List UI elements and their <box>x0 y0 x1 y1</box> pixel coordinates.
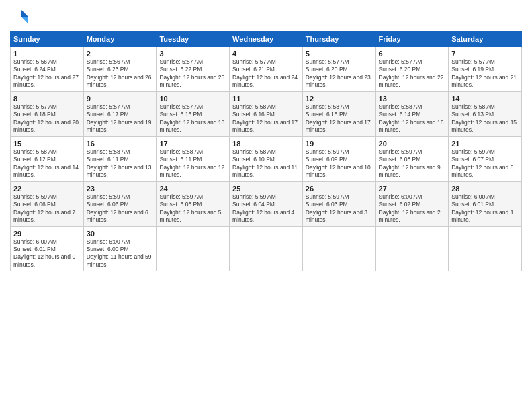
day-number: 4 <box>232 50 300 58</box>
day-info: Sunrise: 5:57 AMSunset: 6:18 PMDaylight:… <box>13 103 81 134</box>
day-number: 7 <box>451 50 519 58</box>
day-number: 22 <box>13 185 81 193</box>
weekday-header-sunday: Sunday <box>11 32 84 47</box>
day-number: 15 <box>13 140 81 148</box>
page: SundayMondayTuesdayWednesdayThursdayFrid… <box>0 0 532 411</box>
day-info: Sunrise: 5:57 AMSunset: 6:21 PMDaylight:… <box>232 58 300 89</box>
logo-icon <box>10 7 30 27</box>
day-number: 16 <box>87 140 154 148</box>
calendar-cell: 17Sunrise: 5:58 AMSunset: 6:11 PMDayligh… <box>157 136 230 181</box>
weekday-header-row: SundayMondayTuesdayWednesdayThursdayFrid… <box>11 32 522 47</box>
calendar-cell: 10Sunrise: 5:57 AMSunset: 6:16 PMDayligh… <box>157 91 230 136</box>
calendar-cell: 24Sunrise: 5:59 AMSunset: 6:05 PMDayligh… <box>157 181 230 226</box>
calendar-cell: 15Sunrise: 5:58 AMSunset: 6:12 PMDayligh… <box>11 136 84 181</box>
day-number: 26 <box>306 185 373 193</box>
day-info: Sunrise: 5:57 AMSunset: 6:20 PMDaylight:… <box>379 58 446 89</box>
day-number: 3 <box>159 50 226 58</box>
day-info: Sunrise: 5:59 AMSunset: 6:06 PMDaylight:… <box>87 193 154 224</box>
day-number: 28 <box>451 185 519 193</box>
weekday-header-friday: Friday <box>375 32 449 47</box>
day-number: 17 <box>159 140 226 148</box>
calendar-cell: 21Sunrise: 5:59 AMSunset: 6:07 PMDayligh… <box>449 136 522 181</box>
day-info: Sunrise: 5:57 AMSunset: 6:17 PMDaylight:… <box>87 103 154 134</box>
calendar-cell: 2Sunrise: 5:56 AMSunset: 6:23 PMDaylight… <box>83 47 157 92</box>
calendar-cell: 9Sunrise: 5:57 AMSunset: 6:17 PMDaylight… <box>83 91 157 136</box>
calendar-cell: 14Sunrise: 5:58 AMSunset: 6:13 PMDayligh… <box>449 91 522 136</box>
weekday-header-tuesday: Tuesday <box>157 32 230 47</box>
calendar-cell: 8Sunrise: 5:57 AMSunset: 6:18 PMDaylight… <box>11 91 84 136</box>
day-number: 11 <box>232 95 300 103</box>
day-number: 13 <box>379 95 446 103</box>
calendar-week-5: 29Sunrise: 6:00 AMSunset: 6:01 PMDayligh… <box>11 226 522 271</box>
day-number: 20 <box>379 140 446 148</box>
day-info: Sunrise: 5:58 AMSunset: 6:14 PMDaylight:… <box>379 103 446 134</box>
day-info: Sunrise: 5:58 AMSunset: 6:16 PMDaylight:… <box>232 103 300 134</box>
day-info: Sunrise: 5:56 AMSunset: 6:24 PMDaylight:… <box>13 58 81 89</box>
calendar-cell: 13Sunrise: 5:58 AMSunset: 6:14 PMDayligh… <box>375 91 449 136</box>
day-info: Sunrise: 5:59 AMSunset: 6:09 PMDaylight:… <box>306 148 373 179</box>
svg-marker-0 <box>21 10 29 17</box>
calendar-cell: 29Sunrise: 6:00 AMSunset: 6:01 PMDayligh… <box>11 226 84 271</box>
day-info: Sunrise: 5:57 AMSunset: 6:22 PMDaylight:… <box>159 58 226 89</box>
calendar-cell <box>230 226 303 271</box>
calendar-cell <box>449 226 522 271</box>
calendar-cell <box>302 226 375 271</box>
logo <box>10 7 33 27</box>
calendar-cell: 11Sunrise: 5:58 AMSunset: 6:16 PMDayligh… <box>230 91 303 136</box>
day-number: 14 <box>451 95 519 103</box>
day-number: 30 <box>87 230 154 238</box>
day-info: Sunrise: 5:59 AMSunset: 6:06 PMDaylight:… <box>13 193 81 224</box>
calendar-cell: 27Sunrise: 6:00 AMSunset: 6:02 PMDayligh… <box>375 181 449 226</box>
calendar-week-2: 8Sunrise: 5:57 AMSunset: 6:18 PMDaylight… <box>11 91 522 136</box>
day-info: Sunrise: 6:00 AMSunset: 6:02 PMDaylight:… <box>379 193 446 224</box>
day-info: Sunrise: 5:58 AMSunset: 6:10 PMDaylight:… <box>232 148 300 179</box>
calendar-cell: 1Sunrise: 5:56 AMSunset: 6:24 PMDaylight… <box>11 47 84 92</box>
day-number: 18 <box>232 140 300 148</box>
calendar-cell: 7Sunrise: 5:57 AMSunset: 6:19 PMDaylight… <box>449 47 522 92</box>
day-info: Sunrise: 5:58 AMSunset: 6:15 PMDaylight:… <box>306 103 373 134</box>
day-number: 24 <box>159 185 226 193</box>
day-info: Sunrise: 5:57 AMSunset: 6:16 PMDaylight:… <box>159 103 226 134</box>
calendar-cell: 22Sunrise: 5:59 AMSunset: 6:06 PMDayligh… <box>11 181 84 226</box>
day-number: 23 <box>87 185 154 193</box>
weekday-header-saturday: Saturday <box>449 32 522 47</box>
day-number: 8 <box>13 95 81 103</box>
calendar-cell: 5Sunrise: 5:57 AMSunset: 6:20 PMDaylight… <box>302 47 375 92</box>
day-info: Sunrise: 5:59 AMSunset: 6:04 PMDaylight:… <box>232 193 300 224</box>
day-number: 2 <box>87 50 154 58</box>
calendar-cell: 18Sunrise: 5:58 AMSunset: 6:10 PMDayligh… <box>230 136 303 181</box>
header <box>10 7 522 27</box>
day-number: 9 <box>87 95 154 103</box>
day-info: Sunrise: 5:59 AMSunset: 6:05 PMDaylight:… <box>159 193 226 224</box>
day-info: Sunrise: 6:00 AMSunset: 6:01 PMDaylight:… <box>13 238 81 269</box>
weekday-header-monday: Monday <box>83 32 157 47</box>
day-info: Sunrise: 5:59 AMSunset: 6:08 PMDaylight:… <box>379 148 446 179</box>
day-info: Sunrise: 5:58 AMSunset: 6:11 PMDaylight:… <box>87 148 154 179</box>
day-number: 29 <box>13 230 81 238</box>
calendar-cell: 28Sunrise: 6:00 AMSunset: 6:01 PMDayligh… <box>449 181 522 226</box>
day-number: 12 <box>306 95 373 103</box>
calendar-cell: 19Sunrise: 5:59 AMSunset: 6:09 PMDayligh… <box>302 136 375 181</box>
day-number: 19 <box>306 140 373 148</box>
day-number: 10 <box>159 95 226 103</box>
calendar-cell: 6Sunrise: 5:57 AMSunset: 6:20 PMDaylight… <box>375 47 449 92</box>
day-info: Sunrise: 5:58 AMSunset: 6:11 PMDaylight:… <box>159 148 226 179</box>
calendar-cell: 3Sunrise: 5:57 AMSunset: 6:22 PMDaylight… <box>157 47 230 92</box>
calendar-table: SundayMondayTuesdayWednesdayThursdayFrid… <box>10 31 522 271</box>
calendar-cell: 20Sunrise: 5:59 AMSunset: 6:08 PMDayligh… <box>375 136 449 181</box>
day-number: 1 <box>13 50 81 58</box>
weekday-header-wednesday: Wednesday <box>230 32 303 47</box>
day-number: 25 <box>232 185 300 193</box>
calendar-cell: 12Sunrise: 5:58 AMSunset: 6:15 PMDayligh… <box>302 91 375 136</box>
day-info: Sunrise: 5:59 AMSunset: 6:03 PMDaylight:… <box>306 193 373 224</box>
calendar-cell: 23Sunrise: 5:59 AMSunset: 6:06 PMDayligh… <box>83 181 157 226</box>
day-number: 6 <box>379 50 446 58</box>
day-info: Sunrise: 5:59 AMSunset: 6:07 PMDaylight:… <box>451 148 519 179</box>
calendar-week-4: 22Sunrise: 5:59 AMSunset: 6:06 PMDayligh… <box>11 181 522 226</box>
calendar-cell: 30Sunrise: 6:00 AMSunset: 6:00 PMDayligh… <box>83 226 157 271</box>
calendar-cell: 16Sunrise: 5:58 AMSunset: 6:11 PMDayligh… <box>83 136 157 181</box>
day-info: Sunrise: 5:58 AMSunset: 6:13 PMDaylight:… <box>451 103 519 134</box>
day-info: Sunrise: 6:00 AMSunset: 6:00 PMDaylight:… <box>87 238 154 269</box>
day-info: Sunrise: 5:58 AMSunset: 6:12 PMDaylight:… <box>13 148 81 179</box>
day-info: Sunrise: 6:00 AMSunset: 6:01 PMDaylight:… <box>451 193 519 224</box>
